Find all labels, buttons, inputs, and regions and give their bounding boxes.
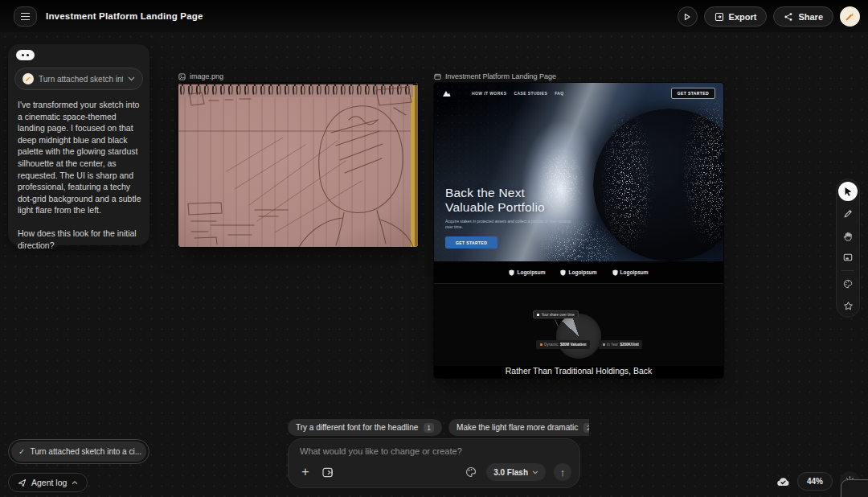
page-title: Investment Platform Landing Page — [46, 11, 203, 21]
task-label: Turn attached sketch into a ci... — [30, 447, 141, 456]
hero-copy: Back the Next Valuable Portfolio Acquire… — [445, 186, 572, 249]
hero-subtext: Acquire stakes in protected assets and c… — [445, 219, 572, 230]
prompt-history-selector[interactable]: Turn attached sketch int... — [14, 68, 143, 90]
logo-item: Logoipsum — [612, 269, 649, 276]
top-bar: Investment Platform Landing Page Export … — [0, 0, 868, 32]
select-tool-button[interactable] — [838, 182, 858, 201]
preview-section-title: Rather Than Traditional Holdings, Back — [434, 366, 723, 376]
pie-chart — [556, 314, 601, 359]
task-history-container: ✓ Turn attached sketch into a ci... — [8, 439, 149, 464]
shield-icon — [612, 269, 618, 276]
assistant-question: How does this look for the initial direc… — [18, 228, 143, 251]
theme-tool-button[interactable] — [838, 275, 858, 293]
nav-link: CASE STUDIES — [514, 91, 547, 96]
draw-tool-button[interactable] — [838, 205, 858, 223]
pan-tool-button[interactable] — [838, 227, 858, 244]
image-frame-icon — [843, 253, 853, 262]
insert-frame-button[interactable] — [321, 465, 335, 479]
landing-page-artboard[interactable]: HOW IT WORKS CASE STUDIES FAQ GET STARTE… — [434, 83, 723, 378]
chevron-down-icon — [532, 470, 538, 474]
chip-label: Try a different font for the headline — [296, 423, 418, 432]
share-icon — [784, 12, 793, 22]
legend-bullet — [537, 314, 539, 316]
export-icon — [714, 12, 724, 22]
pie-tooltip: Your share over time — [533, 310, 579, 318]
chart-section: Your share over time Dynamic $80M Valuat… — [434, 283, 723, 366]
agent-avatar — [23, 73, 34, 84]
magic-wand-icon — [845, 11, 855, 22]
more-options-badge[interactable] — [16, 50, 35, 60]
chip-label: Make the light flare more dramatic — [457, 423, 578, 432]
canvas[interactable]: Investment Platform Landing Page Export … — [0, 0, 868, 497]
legend-bullet — [603, 343, 605, 346]
prompt-selector-label: Turn attached sketch int... — [39, 75, 123, 84]
sketch-artboard[interactable] — [178, 83, 418, 247]
attach-button[interactable]: + — [298, 465, 313, 479]
pie-label-left: Dynamic $80M Valuation — [536, 340, 590, 349]
nav-link: HOW IT WORKS — [472, 91, 506, 96]
favorite-tool-button[interactable] — [838, 297, 858, 314]
artboard1-label[interactable]: image.png — [178, 72, 223, 81]
prompt-input[interactable] — [300, 446, 565, 464]
nav-link: FAQ — [555, 91, 563, 96]
artboard2-label[interactable]: Investment Platform Landing Page — [434, 72, 556, 81]
zoom-level[interactable]: 44% — [797, 472, 833, 491]
menu-button[interactable] — [14, 6, 37, 27]
agent-icon — [18, 479, 27, 487]
arrow-up-icon: ↑ — [560, 466, 566, 479]
artboard1-title: image.png — [190, 72, 223, 80]
completed-task-chip[interactable]: ✓ Turn attached sketch into a ci... — [11, 442, 146, 462]
star-icon — [843, 301, 854, 311]
frame-tool-button[interactable] — [838, 249, 858, 266]
chip-shortcut: 1 — [424, 423, 434, 433]
image-icon — [178, 73, 186, 80]
legend-bullet — [540, 343, 542, 346]
preview-navbar: HOW IT WORKS CASE STUDIES FAQ GET STARTE… — [434, 83, 723, 104]
corner-panel[interactable] — [841, 479, 868, 497]
model-name: 3.0 Flash — [493, 468, 528, 477]
check-icon: ✓ — [18, 447, 25, 456]
style-palette-icon — [465, 466, 477, 478]
insert-frame-icon — [322, 467, 334, 478]
preview-nav-cta: GET STARTED — [671, 88, 715, 99]
pie-connector-line — [555, 319, 559, 327]
agent-log-label: Agent log — [31, 478, 67, 487]
send-button[interactable]: ↑ — [554, 463, 571, 481]
hero-headline: Back the Next Valuable Portfolio — [445, 186, 572, 215]
share-button[interactable]: Share — [773, 6, 833, 27]
cursor-icon — [844, 187, 853, 196]
user-avatar[interactable] — [840, 6, 860, 27]
palette-icon — [843, 279, 853, 289]
logo-strip: Logoipsum Logoipsum Logoipsum — [434, 261, 723, 283]
cloud-saved-icon[interactable] — [776, 476, 790, 487]
chevron-up-icon — [72, 481, 78, 485]
suggestion-chip-1[interactable]: Try a different font for the headline 1 — [288, 419, 442, 436]
shield-icon — [509, 269, 514, 276]
tools-toolbar — [836, 179, 860, 318]
chevron-down-icon — [128, 76, 135, 81]
share-label: Share — [798, 12, 823, 22]
pencil-icon — [843, 209, 853, 219]
suggestion-chips: Try a different font for the headline 1 … — [288, 419, 589, 437]
assistant-message: I've transformed your sketch into a cine… — [18, 99, 143, 251]
logo-item: Logoipsum — [509, 269, 545, 276]
logo-item: Logoipsum — [560, 269, 596, 276]
artboard2-title: Investment Platform Landing Page — [445, 72, 556, 80]
assistant-message-text: I've transformed your sketch into a cine… — [18, 99, 143, 216]
style-button[interactable] — [464, 465, 478, 479]
toolbar-divider — [841, 270, 854, 271]
preview-logo-icon — [442, 90, 451, 97]
suggestion-chip-2[interactable]: Make the light flare more dramatic 2 — [448, 419, 589, 436]
landing-page-preview: HOW IT WORKS CASE STUDIES FAQ GET STARTE… — [434, 83, 723, 378]
hero-section: HOW IT WORKS CASE STUDIES FAQ GET STARTE… — [434, 83, 723, 261]
agent-log-button[interactable]: Agent log — [8, 473, 88, 492]
chat-panel: Turn attached sketch int... I've transfo… — [8, 44, 149, 245]
shield-icon — [560, 269, 566, 276]
plus-icon: + — [301, 466, 309, 479]
play-button[interactable] — [678, 6, 698, 27]
chip-shortcut: 2 — [583, 423, 589, 433]
export-button[interactable]: Export — [704, 6, 768, 27]
model-selector[interactable]: 3.0 Flash — [486, 463, 546, 481]
prompt-composer: + 3.0 Flash ↑ — [288, 438, 580, 488]
pie-label-right: In Year $200K/Unit — [599, 340, 642, 349]
